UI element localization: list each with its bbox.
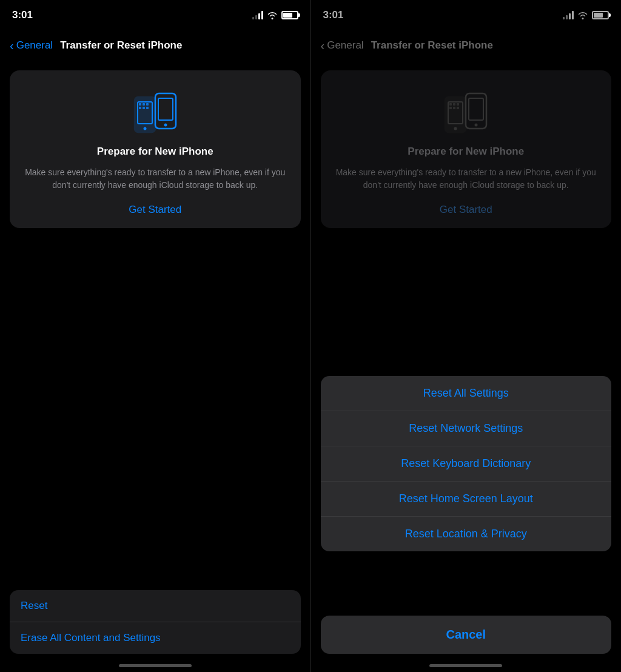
left-reset-item-0[interactable]: Reset xyxy=(10,590,301,622)
left-reset-item-1[interactable]: Erase All Content and Settings xyxy=(10,622,301,654)
right-nav-title: Transfer or Reset iPhone xyxy=(371,39,493,52)
svg-point-2 xyxy=(164,124,167,127)
svg-rect-6 xyxy=(139,103,141,106)
svg-rect-19 xyxy=(453,103,455,106)
right-wifi-icon xyxy=(577,11,588,19)
svg-rect-22 xyxy=(453,107,455,109)
left-status-icons xyxy=(252,11,298,19)
svg-rect-18 xyxy=(449,103,452,106)
left-prepare-card: Prepare for New iPhone Make sure everyth… xyxy=(10,70,301,228)
right-status-bar: 3:01 xyxy=(311,0,622,30)
svg-point-17 xyxy=(454,127,457,130)
right-back-label: General xyxy=(327,39,363,52)
right-prepare-title: Prepare for New iPhone xyxy=(408,146,524,158)
left-battery-icon xyxy=(281,11,298,19)
left-panel: 3:01 ‹ General T xyxy=(0,0,310,672)
left-home-indicator xyxy=(119,664,192,667)
right-transfer-icon xyxy=(438,89,493,137)
right-prepare-card: Prepare for New iPhone Make sure everyth… xyxy=(321,70,612,228)
svg-rect-20 xyxy=(457,103,459,106)
reset-keyboard-dictionary-button[interactable]: Reset Keyboard Dictionary xyxy=(321,446,612,482)
right-signal-icon xyxy=(563,11,574,19)
svg-rect-7 xyxy=(143,103,145,106)
right-back-button[interactable]: ‹ General xyxy=(321,39,364,53)
reset-location-privacy-button[interactable]: Reset Location & Privacy xyxy=(321,517,612,551)
right-status-icons xyxy=(563,11,609,19)
reset-network-settings-button[interactable]: Reset Network Settings xyxy=(321,411,612,446)
left-wifi-icon xyxy=(267,11,278,19)
left-time: 3:01 xyxy=(12,9,33,21)
right-back-chevron-icon: ‹ xyxy=(321,39,325,53)
reset-home-screen-layout-button[interactable]: Reset Home Screen Layout xyxy=(321,482,612,517)
right-battery-icon xyxy=(592,11,609,19)
left-signal-icon xyxy=(252,11,263,19)
svg-rect-1 xyxy=(158,98,173,120)
cancel-button[interactable]: Cancel xyxy=(321,616,612,654)
right-home-indicator xyxy=(429,664,502,667)
svg-rect-9 xyxy=(139,107,141,109)
right-reset-menu: Reset All Settings Reset Network Setting… xyxy=(321,376,612,551)
left-reset-list: Reset Erase All Content and Settings xyxy=(10,590,301,654)
left-prepare-title: Prepare for New iPhone xyxy=(97,146,213,158)
svg-rect-10 xyxy=(143,107,145,109)
left-nav-bar: ‹ General Transfer or Reset iPhone xyxy=(0,30,310,61)
left-transfer-icon xyxy=(128,89,183,137)
right-nav-bar: ‹ General Transfer or Reset iPhone xyxy=(311,30,622,61)
left-back-button[interactable]: ‹ General xyxy=(10,39,53,53)
svg-point-5 xyxy=(143,127,146,130)
right-panel: 3:01 ‹ General T xyxy=(311,0,622,672)
left-prepare-desc: Make sure everything's ready to transfer… xyxy=(22,166,289,192)
svg-point-14 xyxy=(475,124,478,127)
left-back-chevron-icon: ‹ xyxy=(10,39,14,53)
left-back-label: General xyxy=(16,39,53,52)
svg-rect-11 xyxy=(146,107,149,109)
right-time: 3:01 xyxy=(323,9,344,21)
left-status-bar: 3:01 xyxy=(0,0,310,30)
right-get-started-button[interactable]: Get Started xyxy=(440,204,492,216)
reset-all-settings-button[interactable]: Reset All Settings xyxy=(321,376,612,411)
svg-rect-13 xyxy=(469,98,483,120)
left-nav-title: Transfer or Reset iPhone xyxy=(60,39,182,52)
left-get-started-button[interactable]: Get Started xyxy=(129,204,181,216)
svg-rect-23 xyxy=(457,107,459,109)
svg-rect-8 xyxy=(146,103,149,106)
right-prepare-desc: Make sure everything's ready to transfer… xyxy=(333,166,600,192)
svg-rect-21 xyxy=(449,107,452,109)
